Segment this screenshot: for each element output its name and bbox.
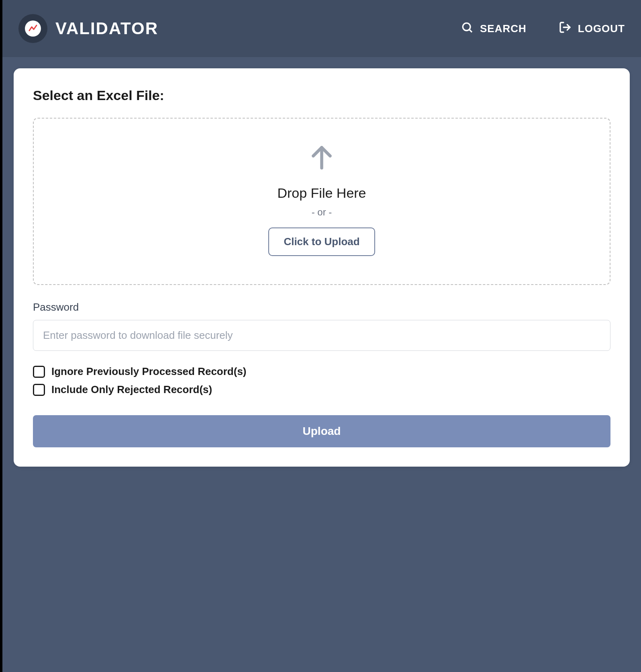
search-button[interactable]: SEARCH xyxy=(461,21,527,37)
search-label: SEARCH xyxy=(480,23,527,35)
password-label: Password xyxy=(33,301,610,313)
upload-card: Select an Excel File: Drop File Here - o… xyxy=(14,68,630,467)
logout-button[interactable]: LOGOUT xyxy=(559,21,625,37)
click-to-upload-button[interactable]: Click to Upload xyxy=(268,227,375,256)
dropzone-title: Drop File Here xyxy=(277,185,366,201)
only-rejected-label: Include Only Rejected Record(s) xyxy=(51,383,212,396)
file-dropzone[interactable]: Drop File Here - or - Click to Upload xyxy=(33,118,610,285)
svg-line-1 xyxy=(469,29,472,32)
ignore-processed-row: Ignore Previously Processed Record(s) xyxy=(33,365,610,378)
search-icon xyxy=(461,21,474,37)
logout-label: LOGOUT xyxy=(578,23,625,35)
ignore-processed-checkbox[interactable] xyxy=(33,366,45,378)
logo-badge xyxy=(18,14,47,43)
only-rejected-row: Include Only Rejected Record(s) xyxy=(33,383,610,396)
logout-icon xyxy=(559,21,572,37)
app-header: VALIDATOR SEARCH LOGOUT xyxy=(2,0,641,57)
dropzone-or-text: - or - xyxy=(312,207,332,218)
svg-point-0 xyxy=(463,23,470,31)
upload-submit-button[interactable]: Upload xyxy=(33,415,610,447)
logo-icon xyxy=(25,20,41,37)
logo-section: VALIDATOR xyxy=(18,14,158,43)
header-actions: SEARCH LOGOUT xyxy=(461,21,625,37)
ignore-processed-label: Ignore Previously Processed Record(s) xyxy=(51,365,247,378)
upload-arrow-icon xyxy=(307,143,336,173)
page-title: Select an Excel File: xyxy=(33,88,610,103)
app-title: VALIDATOR xyxy=(55,19,158,38)
password-input[interactable] xyxy=(33,320,610,351)
only-rejected-checkbox[interactable] xyxy=(33,384,45,396)
